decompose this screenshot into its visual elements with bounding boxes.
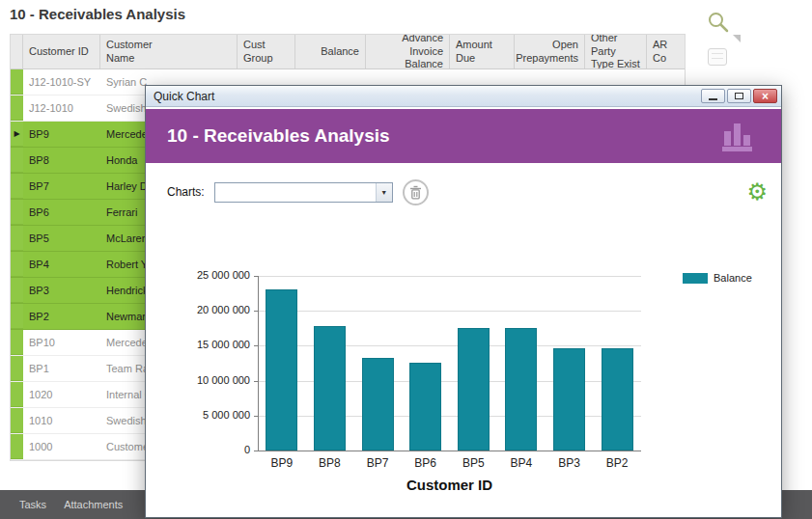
y-axis-tick-label: 20 000 000 — [161, 304, 250, 315]
bar-BP6 — [409, 363, 441, 451]
y-tick-mark — [254, 381, 258, 382]
y-axis-tick-label: 0 — [161, 444, 250, 455]
trash-icon — [409, 185, 422, 200]
cell-customer-id: BP2 — [23, 304, 100, 329]
maximize-icon — [735, 93, 743, 99]
tab-tasks[interactable]: Tasks — [19, 499, 46, 510]
y-tick-mark — [254, 276, 258, 277]
column-header-customer[interactable]: Customer Name — [100, 35, 238, 68]
close-button[interactable]: × — [753, 89, 777, 103]
maximize-button[interactable] — [727, 89, 751, 103]
row-selector[interactable] — [11, 148, 23, 173]
row-selector[interactable] — [11, 174, 23, 199]
dialog-title: Quick Chart — [154, 90, 699, 103]
y-tick-mark — [254, 311, 258, 312]
cell-customer-id: BP3 — [23, 278, 100, 303]
column-header-balance[interactable]: Balance — [295, 35, 366, 68]
gridline — [258, 276, 641, 277]
row-selector[interactable] — [11, 252, 23, 277]
bar-BP2 — [602, 348, 633, 451]
x-axis-title: Customer ID — [258, 477, 641, 493]
page-title: 10 - Receivables Analysis — [10, 6, 185, 22]
tab-attachments[interactable]: Attachments — [64, 499, 123, 510]
y-axis-tick-label: 10 000 000 — [161, 374, 250, 386]
row-selector[interactable] — [11, 69, 23, 95]
x-axis-tick-label: BP7 — [354, 456, 401, 470]
cell-customer-id: BP5 — [23, 226, 100, 251]
cell-customer-id: J12-1010 — [23, 96, 100, 121]
cell-customer-id: BP6 — [23, 200, 100, 225]
row-selector[interactable] — [11, 330, 23, 355]
chart-banner: 10 - Receivables Analysis — [146, 109, 781, 163]
bar-BP3 — [553, 348, 585, 451]
row-selector[interactable] — [11, 382, 23, 407]
cell-customer-id: BP7 — [23, 174, 100, 199]
x-axis — [258, 451, 641, 451]
row-pointer-icon[interactable]: ▶ — [11, 122, 23, 147]
row-selector[interactable] — [11, 356, 23, 381]
x-axis-tick-label: BP8 — [306, 456, 352, 470]
gridline — [258, 311, 641, 312]
x-axis-tick-label: BP9 — [259, 456, 305, 470]
panel-arrow-icon[interactable] — [733, 35, 741, 42]
cell-customer-id: 1010 — [23, 408, 100, 433]
row-selector[interactable] — [11, 278, 23, 303]
charts-toolbar: Charts: ▼ ⚙ — [167, 178, 768, 205]
x-axis-tick-label: BP6 — [403, 456, 449, 470]
cell-customer-id: BP8 — [23, 148, 100, 173]
column-header-open[interactable]: Open Prepayments — [515, 35, 585, 68]
gear-icon[interactable]: ⚙ — [746, 180, 768, 204]
x-axis-tick-label: BP2 — [594, 456, 640, 470]
header-gutter — [11, 35, 23, 68]
notes-icon[interactable] — [708, 48, 727, 66]
chart-legend: Balance — [683, 272, 752, 284]
row-selector[interactable] — [11, 96, 23, 121]
bar-chart-icon — [721, 120, 760, 152]
dialog-titlebar[interactable]: Quick Chart × — [146, 86, 781, 107]
dropdown-arrow-icon: ▼ — [376, 183, 392, 202]
cell-customer-id: 1000 — [23, 434, 100, 459]
gridline — [258, 416, 641, 417]
column-header-amount-due[interactable]: Amount Due — [450, 35, 515, 68]
banner-title: 10 - Receivables Analysis — [167, 125, 721, 147]
cell-customer-id: BP1 — [23, 356, 100, 381]
x-axis-tick-label: BP3 — [546, 456, 593, 470]
y-axis-tick-label: 25 000 000 — [161, 269, 250, 281]
row-selector[interactable] — [11, 434, 23, 459]
gridline — [258, 345, 641, 346]
table-header-row: Customer IDCustomer NameCust GroupBalanc… — [11, 35, 685, 69]
column-header-cust-group[interactable]: Cust Group — [238, 35, 295, 68]
legend-label: Balance — [714, 272, 752, 284]
cell-customer-id: BP9 — [23, 122, 100, 147]
cell-customer-id: J12-1010-SY — [23, 69, 100, 95]
column-header-other-party[interactable]: Other Party Type Exist — [585, 35, 647, 68]
column-header-advance-invoice[interactable]: Advance Invoice Balance — [366, 35, 450, 68]
row-selector[interactable] — [11, 408, 23, 433]
bar-BP8 — [314, 326, 346, 451]
row-selector[interactable] — [11, 304, 23, 329]
column-header-ar-co[interactable]: AR Co — [647, 35, 686, 68]
cell-customer-id: 1020 — [23, 382, 100, 407]
x-axis-tick-label: BP5 — [450, 456, 496, 470]
bar-BP9 — [266, 289, 297, 451]
top-right-toolbar — [706, 10, 754, 35]
delete-chart-button[interactable] — [403, 179, 429, 205]
charts-dropdown[interactable]: ▼ — [214, 182, 393, 203]
y-tick-mark — [254, 451, 258, 451]
charts-label: Charts: — [167, 185, 205, 199]
y-axis — [258, 276, 259, 451]
close-icon: × — [762, 91, 769, 102]
y-axis-tick-label: 15 000 000 — [161, 339, 250, 350]
row-selector[interactable] — [11, 226, 23, 251]
quick-chart-dialog: Quick Chart × 10 - Receivables Analysis … — [145, 85, 782, 518]
balance-bar-chart: 05 000 00010 000 00015 000 00020 000 000… — [146, 107, 781, 517]
column-header-customer-id[interactable]: Customer ID — [23, 35, 100, 68]
legend-swatch — [683, 273, 708, 284]
bar-BP4 — [505, 328, 537, 451]
y-tick-mark — [254, 416, 258, 417]
gridline — [258, 381, 641, 382]
minimize-button[interactable] — [701, 89, 725, 103]
cell-customer-id: BP4 — [23, 252, 100, 277]
row-selector[interactable] — [11, 200, 23, 225]
search-icon[interactable] — [706, 10, 731, 35]
